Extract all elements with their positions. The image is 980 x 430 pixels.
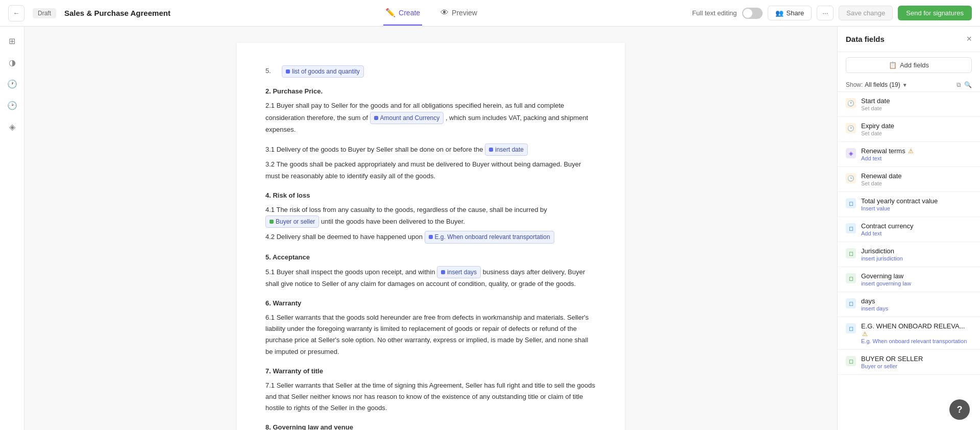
- toggle-knob: [743, 9, 752, 18]
- s4-1-before: 4.1 The risk of loss from any casualty t…: [265, 206, 547, 213]
- field-start-date[interactable]: 🕐 Start date Set date: [838, 92, 980, 117]
- field-governing-law[interactable]: ◻ Governing law insert governing law: [838, 267, 980, 292]
- help-button[interactable]: ?: [949, 399, 970, 420]
- topbar-right: Full text editing 👥 Share ··· Save chang…: [692, 6, 972, 20]
- section-4-2: 4.2 Delivery shall be deemed to have hap…: [265, 231, 596, 243]
- field-days-name: days: [861, 297, 972, 305]
- clock-icon: 🕐: [846, 98, 856, 108]
- tab-preview-label: Preview: [452, 9, 477, 17]
- green-icon-jurisdiction: ◻: [846, 248, 856, 258]
- field-buyer-seller-name: BUYER OR SELLER: [861, 355, 972, 363]
- left-icon-panel: ⊞ ◑ 🕐 🕑 ◈: [0, 27, 24, 430]
- doc-content: 5. list of goods and quantity 2. Purchas…: [265, 65, 596, 430]
- field-contract-currency[interactable]: ◻ Contract currency Add text: [838, 217, 980, 242]
- blue-icon-total: ◻: [846, 198, 856, 208]
- right-panel: Data fields × 📋 Add fields Show: All fie…: [837, 27, 980, 430]
- field-renewal-date-sub: Set date: [861, 180, 972, 186]
- field-jurisdiction[interactable]: ◻ Jurisdiction insert jurisdiction: [838, 242, 980, 267]
- show-label: Show: All fields (19) ▼: [846, 81, 908, 88]
- field-renewal-terms[interactable]: ◈ Renewal terms ⚠ Add text: [838, 142, 980, 167]
- section-7-1: 7.1 Seller warrants that Seller at the t…: [265, 380, 596, 414]
- document-area: 5. list of goods and quantity 2. Purchas…: [24, 27, 837, 430]
- add-fields-button[interactable]: 📋 Add fields: [846, 57, 972, 73]
- field-governing-law-name: Governing law: [861, 272, 972, 280]
- field-eg-when-sub: E.g. When onboard relevant transportatio…: [861, 338, 972, 344]
- insert-days-label: insert days: [447, 267, 477, 277]
- send-label: Send for signatures: [906, 9, 964, 17]
- show-row: Show: All fields (19) ▼ ⧉ 🔍: [838, 78, 980, 92]
- panel-icon-4[interactable]: 🕑: [4, 97, 20, 113]
- clock-icon-renewal: 🕒: [846, 173, 856, 183]
- field-dot: [286, 69, 290, 74]
- green-icon-buyer: ◻: [846, 356, 856, 366]
- field-eg-when[interactable]: ◻ E.G. WHEN ONBOARD RELEVA... ⚠ E.g. Whe…: [838, 317, 980, 350]
- field-total-yearly-sub: Insert value: [861, 205, 972, 211]
- field-start-date-name: Start date: [861, 97, 972, 105]
- field-contract-currency-info: Contract currency Add text: [861, 222, 972, 236]
- help-icon: ?: [957, 404, 963, 415]
- field-buyer-seller[interactable]: ◻ BUYER OR SELLER Buyer or seller: [838, 350, 980, 375]
- field-dot-ac: [374, 116, 378, 120]
- doc-title: Sales & Purchase Agreement: [64, 9, 170, 17]
- share-button[interactable]: 👥 Share: [768, 6, 812, 20]
- field-dot-ob: [429, 235, 433, 239]
- full-text-toggle[interactable]: [742, 8, 763, 19]
- list-item-5: 5. list of goods and quantity: [265, 65, 596, 78]
- more-button[interactable]: ···: [817, 6, 834, 20]
- field-days[interactable]: ◻ days insert days: [838, 292, 980, 317]
- list-goods-field[interactable]: list of goods and quantity: [282, 65, 364, 78]
- field-expiry-name: Expiry date: [861, 122, 972, 130]
- copy-icon[interactable]: ⧉: [957, 81, 961, 88]
- field-start-date-sub: Set date: [861, 105, 972, 111]
- rp-close-button[interactable]: ×: [966, 34, 972, 44]
- onboard-field[interactable]: E.g. When onboard relevant transportatio…: [425, 231, 554, 243]
- section-6-1: 6.1 Seller warrants that the goods sold …: [265, 312, 596, 357]
- field-governing-law-sub: insert governing law: [861, 280, 972, 286]
- topbar: ← Draft Sales & Purchase Agreement ✏️ Cr…: [0, 0, 980, 27]
- s4-1-after: until the goods have been delivered to t…: [321, 218, 465, 225]
- buyer-seller-field[interactable]: Buyer or seller: [265, 216, 319, 228]
- field-expiry-date[interactable]: 🕑 Expiry date Set date: [838, 117, 980, 142]
- s4-2-before: 4.2 Delivery shall be deemed to have hap…: [265, 233, 425, 241]
- field-renewal-terms-info: Renewal terms ⚠ Add text: [861, 147, 972, 161]
- panel-icon-2[interactable]: ◑: [4, 54, 20, 70]
- tab-preview[interactable]: 👁 Preview: [438, 1, 479, 26]
- send-button[interactable]: Send for signatures: [898, 6, 972, 20]
- field-renewal-date[interactable]: 🕒 Renewal date Set date: [838, 167, 980, 192]
- blue-icon-days: ◻: [846, 298, 856, 308]
- amount-currency-field[interactable]: Amount and Currency: [370, 112, 444, 124]
- tab-create[interactable]: ✏️ Create: [383, 1, 422, 26]
- clock-icon-expiry: 🕑: [846, 123, 856, 133]
- add-fields-label: Add fields: [900, 61, 929, 69]
- field-total-yearly[interactable]: ◻ Total yearly contract value Insert val…: [838, 192, 980, 217]
- panel-icon-1[interactable]: ⊞: [4, 33, 20, 49]
- section-7-heading: 7. Warranty of title: [265, 366, 596, 377]
- field-jurisdiction-info: Jurisdiction insert jurisdiction: [861, 247, 972, 261]
- diamond-icon: ◈: [846, 148, 856, 158]
- tab-bar: ✏️ Create 👁 Preview: [179, 1, 684, 26]
- insert-days-field[interactable]: insert days: [437, 266, 481, 278]
- list-num-5: 5.: [265, 65, 278, 77]
- panel-icon-5[interactable]: ◈: [4, 118, 20, 135]
- share-label: Share: [787, 9, 804, 17]
- section-4-heading: 4. Risk of loss: [265, 190, 596, 201]
- list-goods-label: list of goods and quantity: [292, 66, 360, 77]
- save-button[interactable]: Save change: [839, 6, 893, 20]
- buyer-seller-label: Buyer or seller: [276, 217, 315, 227]
- search-icon[interactable]: 🔍: [964, 81, 972, 88]
- add-icon: 📋: [889, 61, 897, 69]
- warning-icon: ⚠: [908, 148, 914, 155]
- s6-1-text: 6.1 Seller warrants that the goods sold …: [265, 314, 589, 355]
- rp-actions: ⧉ 🔍: [957, 81, 972, 88]
- back-button[interactable]: ←: [8, 5, 24, 21]
- section-2-heading: 2. Purchase Price.: [265, 86, 596, 97]
- fields-list: 🕐 Start date Set date 🕑 Expiry date Set …: [838, 92, 980, 430]
- dropdown-icon: ▼: [902, 82, 908, 88]
- panel-icon-3[interactable]: 🕐: [4, 76, 20, 92]
- amount-currency-label: Amount and Currency: [380, 113, 440, 123]
- field-contract-currency-name: Contract currency: [861, 222, 972, 230]
- field-jurisdiction-name: Jurisdiction: [861, 247, 972, 255]
- field-dot-bs: [270, 220, 274, 224]
- section-8-heading: 8. Governing law and venue: [265, 422, 596, 430]
- insert-date-field[interactable]: insert date: [485, 144, 528, 156]
